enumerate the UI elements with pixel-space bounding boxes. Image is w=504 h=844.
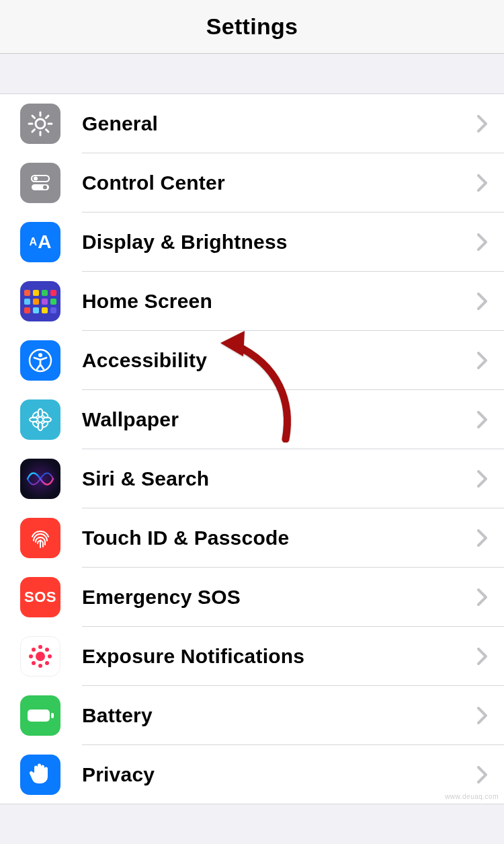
chevron-right-icon xyxy=(477,588,488,606)
settings-row-siri-search[interactable]: Siri & Search xyxy=(0,449,504,508)
svg-line-7 xyxy=(46,116,49,118)
chevron-right-icon xyxy=(477,233,488,251)
battery-icon xyxy=(20,695,60,736)
svg-line-5 xyxy=(32,116,35,118)
app-grid-icon xyxy=(20,281,60,321)
settings-row-home-screen[interactable]: Home Screen xyxy=(0,272,504,331)
row-label: Control Center xyxy=(82,171,477,194)
svg-point-26 xyxy=(38,664,42,668)
row-label: Exposure Notifications xyxy=(82,645,477,668)
exposure-icon xyxy=(20,636,60,677)
row-label: Touch ID & Passcode xyxy=(82,527,477,549)
svg-point-0 xyxy=(36,119,45,128)
row-label: Battery xyxy=(82,704,477,727)
svg-point-32 xyxy=(45,661,49,665)
settings-row-battery[interactable]: Battery xyxy=(0,686,504,745)
navigation-bar: Settings xyxy=(0,0,504,54)
chevron-right-icon xyxy=(477,352,488,369)
svg-point-24 xyxy=(36,652,45,661)
toggles-icon xyxy=(20,163,60,203)
settings-row-general[interactable]: General xyxy=(0,94,504,153)
row-label: Privacy xyxy=(82,763,477,786)
chevron-right-icon xyxy=(477,411,488,428)
svg-point-28 xyxy=(48,654,52,658)
chevron-right-icon xyxy=(477,648,488,665)
svg-point-10 xyxy=(34,177,38,181)
svg-rect-33 xyxy=(28,709,50,722)
svg-point-30 xyxy=(45,648,49,652)
svg-point-31 xyxy=(32,661,36,665)
row-label: Wallpaper xyxy=(82,408,477,431)
gear-icon xyxy=(20,104,60,144)
svg-point-12 xyxy=(43,186,47,190)
row-label: General xyxy=(82,112,477,135)
settings-row-touch-id[interactable]: Touch ID & Passcode xyxy=(0,508,504,568)
svg-point-15 xyxy=(38,417,43,422)
row-label: Siri & Search xyxy=(82,467,477,490)
text-size-icon: AA xyxy=(20,222,60,262)
row-label: Display & Brightness xyxy=(82,231,477,254)
settings-row-control-center[interactable]: Control Center xyxy=(0,153,504,213)
chevron-right-icon xyxy=(477,529,488,547)
settings-row-privacy[interactable]: Privacy xyxy=(0,745,504,804)
hand-icon xyxy=(20,755,60,795)
section-spacer xyxy=(0,54,504,94)
row-label: Emergency SOS xyxy=(82,586,477,609)
svg-rect-34 xyxy=(51,713,54,718)
settings-list: General Control Center AA Display & Brig… xyxy=(0,94,504,804)
sos-icon: SOS xyxy=(20,577,60,617)
settings-row-accessibility[interactable]: Accessibility xyxy=(0,331,504,390)
settings-row-emergency-sos[interactable]: SOS Emergency SOS xyxy=(0,568,504,627)
svg-line-8 xyxy=(32,130,35,132)
settings-row-exposure-notifications[interactable]: Exposure Notifications xyxy=(0,627,504,686)
watermark-text: www.deuaq.com xyxy=(445,793,499,800)
svg-point-29 xyxy=(32,648,36,652)
chevron-right-icon xyxy=(477,766,488,783)
chevron-right-icon xyxy=(477,293,488,310)
svg-point-14 xyxy=(38,353,42,357)
row-label: Accessibility xyxy=(82,349,477,372)
chevron-right-icon xyxy=(477,115,488,132)
page-title: Settings xyxy=(206,13,298,40)
fingerprint-icon xyxy=(20,518,60,558)
chevron-right-icon xyxy=(477,707,488,724)
flower-icon xyxy=(20,399,60,440)
settings-row-display-brightness[interactable]: AA Display & Brightness xyxy=(0,213,504,272)
svg-point-25 xyxy=(38,645,42,649)
siri-icon xyxy=(20,459,60,499)
accessibility-icon xyxy=(20,340,60,381)
svg-point-27 xyxy=(29,654,33,658)
settings-row-wallpaper[interactable]: Wallpaper xyxy=(0,390,504,449)
chevron-right-icon xyxy=(477,174,488,192)
svg-line-6 xyxy=(46,130,49,132)
row-label: Home Screen xyxy=(82,290,477,313)
chevron-right-icon xyxy=(477,470,488,488)
